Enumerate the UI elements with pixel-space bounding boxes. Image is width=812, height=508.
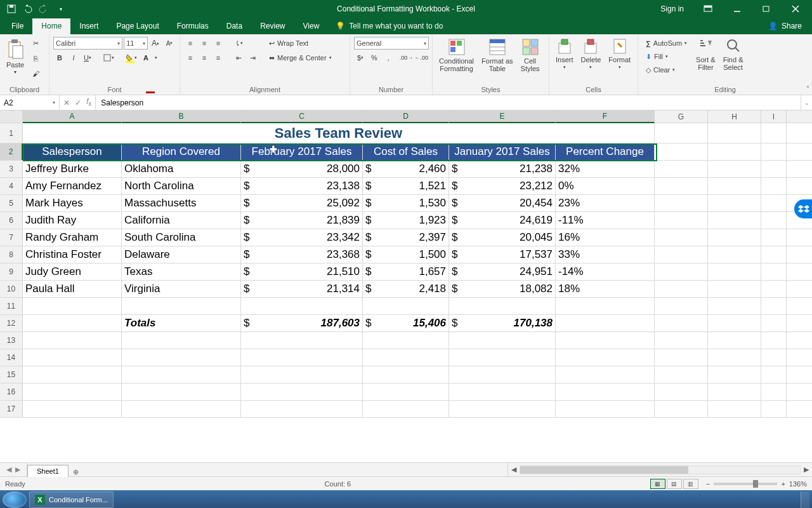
cell-jan[interactable]: $24,619: [449, 212, 556, 229]
cell[interactable]: [655, 349, 708, 366]
cell[interactable]: [761, 298, 787, 314]
cell[interactable]: [122, 401, 241, 417]
row-header[interactable]: 15: [0, 366, 23, 383]
paste-button[interactable]: Paste ▾: [4, 37, 27, 77]
fill-color-icon[interactable]: ▾: [123, 51, 140, 64]
row-header[interactable]: 3: [0, 161, 23, 177]
qat-undo-icon[interactable]: [20, 2, 36, 16]
name-box[interactable]: A2▾: [0, 95, 60, 110]
collapse-ribbon-icon[interactable]: ˄: [806, 85, 809, 92]
cell[interactable]: [761, 229, 787, 246]
qat-save-icon[interactable]: [4, 2, 19, 16]
view-normal-icon[interactable]: ▦: [650, 479, 665, 489]
cell[interactable]: [708, 384, 761, 400]
cell-cost[interactable]: $1,923: [363, 212, 449, 229]
decrease-font-icon[interactable]: A▾: [163, 37, 176, 50]
cell-pct[interactable]: -11%: [556, 212, 655, 229]
cell-name[interactable]: Christina Foster: [23, 246, 122, 263]
cell[interactable]: [655, 401, 708, 417]
cell[interactable]: [655, 281, 708, 297]
cell[interactable]: [241, 332, 363, 349]
cell-feb[interactable]: $23,138: [241, 178, 363, 194]
cell[interactable]: [708, 144, 761, 160]
comma-format-icon[interactable]: ,: [382, 51, 395, 64]
row-header[interactable]: 9: [0, 264, 23, 280]
cell-cost[interactable]: $1,530: [363, 195, 449, 211]
cell-region[interactable]: Massachusetts: [122, 195, 241, 211]
cell-jan[interactable]: $24,951: [449, 264, 556, 280]
cell-region[interactable]: Virginia: [122, 281, 241, 297]
cell[interactable]: [556, 384, 655, 400]
fx-icon[interactable]: fx: [86, 97, 91, 107]
cell[interactable]: [761, 315, 787, 331]
align-top-icon[interactable]: ≡: [184, 37, 197, 50]
cell[interactable]: [761, 384, 787, 400]
cell[interactable]: [655, 246, 708, 263]
cell[interactable]: [23, 401, 122, 417]
cell[interactable]: [241, 384, 363, 400]
cell[interactable]: [23, 298, 122, 314]
font-size-combo[interactable]: 11▾: [124, 37, 148, 50]
row-header[interactable]: 5: [0, 195, 23, 211]
cell-totals-label[interactable]: Totals: [122, 315, 241, 331]
cell-name[interactable]: Amy Fernandez: [23, 178, 122, 194]
cell[interactable]: [761, 161, 787, 177]
cell-feb[interactable]: $23,342: [241, 229, 363, 246]
autosum-button[interactable]: ∑AutoSum▾: [642, 37, 691, 50]
cell[interactable]: [363, 401, 449, 417]
cell[interactable]: [556, 401, 655, 417]
share-button[interactable]: 👤 Share: [758, 18, 812, 34]
cell[interactable]: [655, 161, 708, 177]
cell[interactable]: [761, 401, 787, 417]
cell-jan[interactable]: $20,045: [449, 229, 556, 246]
orientation-icon[interactable]: ⤹▾: [232, 37, 246, 50]
increase-decimal-icon[interactable]: .00→: [400, 51, 414, 64]
align-middle-icon[interactable]: ≡: [198, 37, 211, 50]
header-cell[interactable]: Salesperson: [23, 144, 122, 160]
increase-indent-icon[interactable]: ⇥: [246, 51, 259, 64]
cell[interactable]: [449, 349, 556, 366]
cell[interactable]: [761, 366, 787, 383]
cell-feb[interactable]: $25,092: [241, 195, 363, 211]
cell-cost[interactable]: $2,397: [363, 229, 449, 246]
zoom-slider[interactable]: [714, 483, 777, 485]
align-left-icon[interactable]: ≡: [184, 51, 197, 64]
cell-region[interactable]: Delaware: [122, 246, 241, 263]
number-format-combo[interactable]: General▾: [354, 37, 429, 50]
col-header-e[interactable]: E: [449, 110, 556, 123]
tab-insert[interactable]: Insert: [70, 18, 107, 34]
cut-icon[interactable]: ✂: [29, 37, 42, 50]
cell[interactable]: [655, 144, 708, 160]
cell-jan[interactable]: $17,537: [449, 246, 556, 263]
cell[interactable]: [708, 195, 761, 211]
cell[interactable]: [363, 384, 449, 400]
sheet-nav-next-icon[interactable]: ▶: [15, 465, 20, 474]
tell-me[interactable]: 💡 Tell me what you want to do: [336, 22, 443, 34]
format-painter-icon[interactable]: 🖌: [29, 67, 42, 80]
cell-name[interactable]: Paula Hall: [23, 281, 122, 297]
cell[interactable]: [23, 349, 122, 366]
spreadsheet-grid[interactable]: A B C D E F G H I 1Sales Team Review2Sal…: [0, 110, 812, 462]
cell[interactable]: [556, 298, 655, 314]
select-all-corner[interactable]: [0, 110, 23, 123]
cell[interactable]: [241, 298, 363, 314]
cell[interactable]: [241, 401, 363, 417]
row-header[interactable]: 8: [0, 246, 23, 263]
bold-icon[interactable]: B: [53, 51, 66, 64]
row-header[interactable]: 11: [0, 298, 23, 314]
sheet-tab[interactable]: Sheet1: [27, 465, 69, 477]
header-cell[interactable]: Region Covered: [122, 144, 241, 160]
cell[interactable]: [708, 315, 761, 331]
cell[interactable]: [708, 246, 761, 263]
row-header[interactable]: 12: [0, 315, 23, 331]
horizontal-scrollbar[interactable]: ◀ ▶: [508, 463, 812, 476]
cell[interactable]: [761, 123, 787, 143]
col-header-c[interactable]: C: [241, 110, 363, 123]
cell[interactable]: [655, 384, 708, 400]
clear-button[interactable]: ◇Clear▾: [642, 64, 691, 76]
new-sheet-icon[interactable]: ⊕: [69, 468, 84, 476]
cell[interactable]: [708, 298, 761, 314]
maximize-icon[interactable]: [752, 0, 780, 18]
row-header[interactable]: 7: [0, 229, 23, 246]
cell-name[interactable]: Judy Green: [23, 264, 122, 280]
